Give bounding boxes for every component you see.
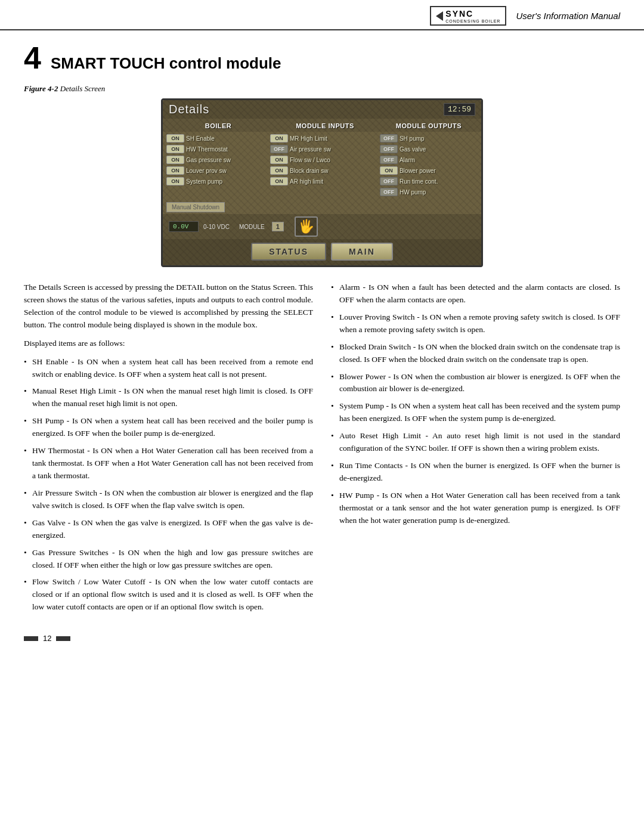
screen-buttons: STATUS MAIN: [163, 239, 481, 265]
output-row-0: OFFSH pump: [380, 134, 478, 143]
status-button[interactable]: STATUS: [251, 243, 326, 261]
left-bullet-item-2: SH Pump - Is ON when a system heat call …: [24, 415, 313, 440]
boiler-row-1: ONHW Thermostat: [166, 145, 270, 153]
col-header-inputs: MODULE INPUTS: [296, 122, 354, 129]
boiler-row-0: ONSH Enable: [166, 134, 270, 143]
col-header-boiler: BOILER: [205, 122, 232, 129]
right-bullet-item-2: Blocked Drain Switch - Is ON when the bl…: [331, 341, 620, 366]
body-text-section: The Details Screen is accessed by pressi…: [24, 281, 620, 618]
output-label-4: Run time cont.: [400, 178, 438, 185]
output-badge-2: OFF: [380, 156, 398, 164]
output-badge-1: OFF: [380, 145, 398, 153]
input-row-4: ONAR high limit: [270, 177, 380, 185]
output-label-5: HW pump: [400, 189, 426, 196]
boiler-badge-0: ON: [166, 134, 184, 143]
page-header: SYNC CONDENSING BOILER User's Informatio…: [0, 0, 644, 30]
boiler-label-4: System pump: [186, 178, 222, 185]
boiler-row-3: ONLouver prov sw: [166, 166, 270, 175]
screen-col-headers: BOILER MODULE INPUTS MODULE OUTPUTS: [163, 119, 481, 132]
output-badge-3: ON: [380, 166, 398, 175]
input-badge-1: OFF: [270, 145, 288, 153]
output-row-3: ONBlower power: [380, 166, 478, 175]
screen-bottom-bar: 0.0V 0-10 VDC MODULE 1 🖐: [163, 214, 481, 239]
module-number[interactable]: 1: [272, 222, 284, 231]
left-bullet-item-1: Manual Reset High Limit - Is ON when the…: [24, 385, 313, 410]
right-bullet-list: Alarm - Is ON when a fault has been dete…: [331, 281, 620, 527]
manual-shutdown-row: Manual Shutdown: [166, 201, 478, 212]
right-bullet-item-0: Alarm - Is ON when a fault has been dete…: [331, 281, 620, 306]
boiler-label-2: Gas pressure sw: [186, 157, 231, 163]
boiler-label-1: HW Thermostat: [186, 146, 228, 153]
boiler-label-0: SH Enable: [186, 135, 215, 142]
output-row-1: OFFGas valve: [380, 145, 478, 153]
manual-shutdown-input[interactable]: Manual Shutdown: [166, 202, 225, 212]
input-label-2: Flow sw / Lwco: [290, 157, 330, 163]
right-bullet-item-1: Louver Proving Switch - Is ON when a rem…: [331, 311, 620, 336]
page-number: 12: [43, 634, 51, 643]
details-screen: Details 12:59 BOILER MODULE INPUTS MODUL…: [161, 98, 483, 267]
page-bar-right: [56, 636, 70, 641]
left-bullet-item-3: HW Thermostat - Is ON when a Hot Water G…: [24, 445, 313, 482]
output-badge-5: OFF: [380, 188, 398, 196]
output-label-3: Blower power: [400, 168, 436, 174]
figure-label: Figure 4-2 Details Screen: [24, 84, 620, 94]
voltage-display: 0.0V: [169, 221, 199, 232]
body-right-col: Alarm - Is ON when a fault has been dete…: [331, 281, 620, 618]
right-bullet-item-3: Blower Power - Is ON when the combustion…: [331, 371, 620, 396]
module-label: MODULE: [239, 224, 265, 230]
figure-caption: Details Screen: [60, 84, 106, 93]
output-row-5: OFFHW pump: [380, 188, 478, 196]
left-bullet-item-4: Air Pressure Switch - Is ON when the com…: [24, 487, 313, 512]
boiler-column: ONSH EnableONHW ThermostatONGas pressure…: [166, 134, 270, 196]
left-bullet-item-0: SH Enable - Is ON when a system heat cal…: [24, 356, 313, 381]
select-hand-icon[interactable]: 🖐: [295, 216, 318, 237]
boiler-badge-3: ON: [166, 166, 184, 175]
left-bullet-item-5: Gas Valve - Is ON when the gas valve is …: [24, 517, 313, 542]
page-bar-left: [24, 636, 38, 641]
sync-logo: SYNC CONDENSING BOILER: [430, 6, 506, 26]
output-label-0: SH pump: [400, 135, 425, 142]
input-badge-0: ON: [270, 134, 288, 143]
left-bullet-item-6: Gas Pressure Switches - Is ON when the h…: [24, 547, 313, 572]
col-header-outputs: MODULE OUTPUTS: [396, 122, 462, 129]
screen-time: 12:59: [444, 103, 475, 116]
inputs-column: ONMR High LimitOFFAir pressure swONFlow …: [270, 134, 380, 196]
right-bullet-item-5: Auto Reset High Limit - An auto reset hi…: [331, 430, 620, 455]
output-row-2: OFFAlarm: [380, 156, 478, 164]
left-bullet-list: SH Enable - Is ON when a system heat cal…: [24, 356, 313, 614]
screen-inner: Details 12:59 BOILER MODULE INPUTS MODUL…: [163, 100, 481, 265]
output-badge-4: OFF: [380, 177, 398, 185]
main-button[interactable]: MAIN: [331, 243, 393, 261]
body-left-col: The Details Screen is accessed by pressi…: [24, 281, 313, 618]
boiler-row-2: ONGas pressure sw: [166, 156, 270, 164]
vdc-label: 0-10 VDC: [203, 224, 230, 230]
right-bullet-item-4: System Pump - Is ON when a system heat c…: [331, 400, 620, 425]
input-row-1: OFFAir pressure sw: [270, 145, 380, 153]
input-row-0: ONMR High Limit: [270, 134, 380, 143]
boiler-badge-1: ON: [166, 145, 184, 153]
sync-arrow-icon: [436, 11, 443, 21]
page-number-area: 12: [24, 630, 620, 643]
outputs-column: OFFSH pumpOFFGas valveOFFAlarmONBlower p…: [380, 134, 478, 196]
chapter-heading: 4 SMART TOUCH control module: [24, 42, 620, 73]
page-content: 4 SMART TOUCH control module Figure 4-2 …: [0, 30, 644, 661]
boiler-badge-2: ON: [166, 156, 184, 164]
left-bullet-item-7: Flow Switch / Low Water Cutoff - Is ON w…: [24, 576, 313, 614]
input-label-4: AR high limit: [290, 178, 323, 185]
chapter-number: 4: [24, 42, 41, 73]
boiler-row-4: ONSystem pump: [166, 177, 270, 185]
boiler-badge-4: ON: [166, 177, 184, 185]
output-row-4: OFFRun time cont.: [380, 177, 478, 185]
output-label-1: Gas valve: [400, 146, 426, 153]
chapter-title: SMART TOUCH control module: [51, 54, 281, 73]
sync-logo-sub: CONDENSING BOILER: [445, 19, 500, 23]
right-bullet-item-7: HW Pump - Is ON when a Hot Water Generat…: [331, 490, 620, 527]
output-badge-0: OFF: [380, 134, 398, 143]
screen-title: Details: [169, 103, 209, 116]
output-label-2: Alarm: [400, 157, 415, 163]
header-title: User's Information Manual: [516, 11, 620, 21]
screen-header: Details 12:59: [163, 100, 481, 119]
input-row-2: ONFlow sw / Lwco: [270, 156, 380, 164]
figure-number: Figure 4-2: [24, 84, 58, 93]
screen-data-area: ONSH EnableONHW ThermostatONGas pressure…: [163, 132, 481, 199]
